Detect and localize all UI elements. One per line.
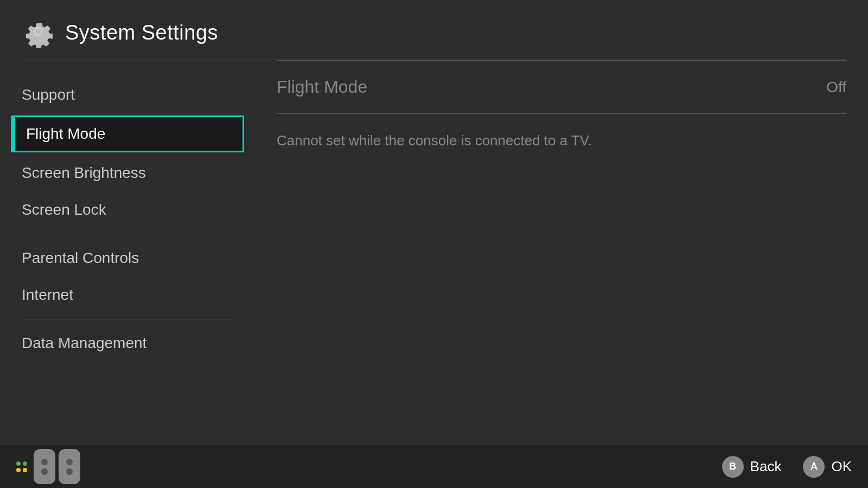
header: System Settings: [0, 0, 868, 60]
dot-yellow-2: [23, 468, 27, 472]
content-panel: Flight Mode Off Cannot set while the con…: [255, 60, 868, 442]
ok-label: OK: [831, 458, 852, 475]
ok-action[interactable]: A OK: [803, 456, 852, 478]
back-label: Back: [750, 458, 782, 475]
dot-green-1: [16, 461, 21, 466]
main-layout: Support Flight Mode Screen Brightness Sc…: [0, 60, 868, 442]
content-item-value: Off: [826, 79, 846, 96]
controller-dots: [16, 461, 27, 472]
sidebar-item-data-management[interactable]: Data Management: [0, 325, 255, 362]
back-action[interactable]: B Back: [722, 456, 782, 478]
sidebar-item-parental-controls[interactable]: Parental Controls: [0, 240, 255, 277]
sidebar: Support Flight Mode Screen Brightness Sc…: [0, 60, 255, 442]
dot-yellow-1: [16, 468, 21, 472]
content-description: Cannot set while the console is connecte…: [277, 114, 846, 168]
sidebar-item-screen-brightness[interactable]: Screen Brightness: [0, 155, 255, 191]
bottom-bar: B Back A OK: [0, 445, 868, 488]
joycon-pair: [34, 449, 80, 484]
b-button: B: [722, 456, 744, 478]
sidebar-divider-2: [22, 319, 233, 319]
content-flight-mode-item: Flight Mode Off: [277, 61, 846, 114]
joycon-left-btn-1: [41, 459, 48, 465]
a-button: A: [803, 456, 825, 478]
joycon-left: [34, 449, 55, 484]
joycon-right-btn-1: [66, 459, 73, 465]
controller-display: [16, 449, 80, 484]
joycon-right-btn-2: [66, 468, 73, 475]
sidebar-divider-1: [22, 234, 233, 234]
joycon-left-btn-2: [41, 468, 48, 475]
sidebar-item-internet[interactable]: Internet: [0, 277, 255, 313]
sidebar-item-support[interactable]: Support: [0, 76, 255, 113]
content-item-title: Flight Mode: [277, 77, 367, 97]
page-title: System Settings: [65, 21, 218, 44]
sidebar-item-screen-lock[interactable]: Screen Lock: [0, 191, 255, 228]
gear-icon: [22, 15, 54, 50]
joycon-right: [59, 449, 80, 484]
sidebar-item-flight-mode[interactable]: Flight Mode: [11, 115, 244, 152]
bottom-actions: B Back A OK: [722, 456, 852, 478]
dot-green-2: [23, 461, 27, 466]
